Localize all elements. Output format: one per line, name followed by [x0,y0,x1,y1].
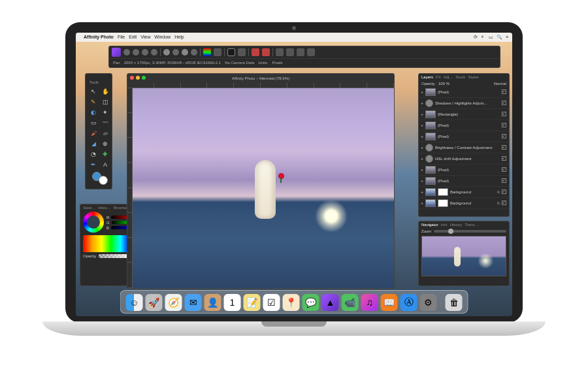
fx-badge[interactable]: fx [497,190,500,194]
chevron-right-icon[interactable]: ▸ [421,89,423,94]
layer-row[interactable]: ▸(Pixel) [419,165,509,176]
quick-mask-icon[interactable] [252,48,259,56]
sync-icon[interactable]: ⟳ [474,35,478,40]
canvas-viewport[interactable] [133,88,394,288]
layer-row[interactable]: ▸Shadows / Highlights Adjust… [419,98,509,109]
freehand-select-tool-icon[interactable]: 〰 [100,118,110,127]
layer-row[interactable]: ▸Brightness / Contrast Adjustment [419,142,509,154]
chevron-right-icon[interactable]: ▸ [421,189,423,194]
crop-icon[interactable] [214,48,221,56]
dock-contacts-icon[interactable]: 👤 [204,294,221,311]
units-value[interactable]: Pixels [272,61,283,65]
flip-v-icon[interactable] [307,48,315,56]
fx-badge[interactable]: fx [497,201,500,205]
visibility-checkbox[interactable] [502,101,506,105]
tab-history[interactable]: History [450,223,463,227]
ruler-horizontal[interactable] [127,83,394,88]
chevron-right-icon[interactable]: ▸ [421,134,423,138]
dock-appstore-icon[interactable]: Ⓐ [400,294,417,311]
pen-tool-icon[interactable]: ✒ [88,160,99,169]
tab-navigator[interactable]: Navigator [421,223,438,227]
move-tool-icon[interactable]: ↖ [88,87,99,96]
visibility-checkbox[interactable] [502,89,506,94]
auto-colours-icon[interactable] [182,49,188,56]
layer-row[interactable]: ▸(Rectangle) [419,109,509,120]
spotlight-icon[interactable]: 🔍 [497,35,502,40]
battery-icon[interactable]: ▭ [489,35,493,40]
dock-safari-icon[interactable]: 🧭 [165,294,182,311]
menu-view[interactable]: View [140,35,150,39]
tab-brushes[interactable]: Brushes [114,206,128,210]
dock-trash-icon[interactable]: 🗑 [446,294,463,311]
fill-tool-icon[interactable]: ◢ [88,139,99,148]
layer-row[interactable]: ▸(Pixel) [419,87,509,98]
tab-styles[interactable]: Styles [468,75,478,79]
tab-stock[interactable]: Stock [455,75,465,79]
visibility-checkbox[interactable] [502,156,506,161]
dock-notes-icon[interactable]: 📝 [244,294,261,311]
menu-edit[interactable]: Edit [129,35,137,39]
clone-tool-icon[interactable]: ⊕ [100,139,110,148]
colour-wheel[interactable] [83,212,104,233]
layer-row[interactable]: ▸(Pixel) [419,120,509,131]
refine-icon[interactable] [262,48,270,56]
visibility-checkbox[interactable] [502,178,506,183]
text-tool-icon[interactable]: A [100,160,110,169]
document-titlebar[interactable]: Affinity Photo – Mermaid (78.9%) [127,74,394,83]
dock-mail-icon[interactable]: ✉ [185,294,202,311]
dock-maps-icon[interactable]: 📍 [283,294,300,311]
tab-layers[interactable]: Layers [421,75,433,79]
paint-brush-tool-icon[interactable]: 🖌 [88,129,99,138]
adjustment-icon[interactable] [203,48,211,56]
layer-row-background[interactable]: ▸Backgroundfx [419,187,509,198]
chevron-right-icon[interactable]: ▸ [421,201,423,205]
persona-export-icon[interactable] [151,49,157,56]
visibility-checkbox[interactable] [502,145,506,150]
tab-histogram[interactable]: Histo… [98,206,111,210]
visibility-checkbox[interactable] [502,123,506,127]
dock-calendar-icon[interactable]: 1 [224,294,241,311]
chevron-right-icon[interactable]: ▸ [421,123,423,127]
tab-transform[interactable]: Trans… [465,223,478,227]
tab-swatches[interactable]: Swat… [83,206,95,210]
persona-photo-icon[interactable] [112,48,121,57]
crop-tool-icon[interactable]: ◫ [100,97,110,106]
dock-ibooks-icon[interactable]: 📖 [381,294,398,311]
menu-help[interactable]: Help [174,35,184,39]
selection-invert-icon[interactable] [238,48,246,56]
view-tool-icon[interactable]: ✋ [100,87,110,96]
dock-launchpad-icon[interactable]: 🚀 [146,294,163,311]
navigator-thumbnail[interactable] [421,236,506,276]
dock-finder-icon[interactable]: ☺ [126,294,143,311]
layer-row[interactable]: ▸HSL shift Adjustment [419,154,509,165]
wifi-icon[interactable]: ᯤ [481,35,485,39]
dock-preferences-icon[interactable]: ⚙ [420,294,437,311]
chevron-right-icon[interactable]: ▸ [421,101,423,105]
dock-facetime-icon[interactable]: 📹 [342,294,359,311]
visibility-checkbox[interactable] [502,112,506,116]
visibility-checkbox[interactable] [502,134,506,138]
layer-row[interactable]: ▸(Pixel) [419,176,509,187]
colour-picker-tool-icon[interactable]: ✎ [88,97,99,106]
dock-itunes-icon[interactable]: ♫ [361,294,378,311]
menu-window[interactable]: Window [154,35,171,39]
dock-reminders-icon[interactable]: ☑ [263,294,280,311]
flip-h-icon[interactable] [297,48,304,56]
tab-adjust[interactable]: Adj… [444,75,453,79]
auto-contrast-icon[interactable] [172,49,179,56]
tab-info[interactable]: Info [441,223,448,227]
layer-row[interactable]: ▸(Pixel) [419,131,509,142]
auto-wb-icon[interactable] [191,49,197,56]
chevron-right-icon[interactable]: ▸ [421,178,423,183]
persona-develop-icon[interactable] [133,49,139,56]
minimize-icon[interactable] [136,76,140,80]
arrange-icon[interactable] [276,48,284,56]
persona-liquify-icon[interactable] [123,49,130,56]
persona-macro-icon[interactable] [142,49,148,56]
selection-all-icon[interactable] [227,48,235,56]
visibility-checkbox[interactable] [502,189,506,194]
colour-swatch[interactable] [88,171,110,185]
tab-fx[interactable]: FX [436,75,441,79]
layer-row-background[interactable]: ▸Backgroundfx [419,198,509,209]
layer-opacity-value[interactable]: 100 % [438,82,449,86]
